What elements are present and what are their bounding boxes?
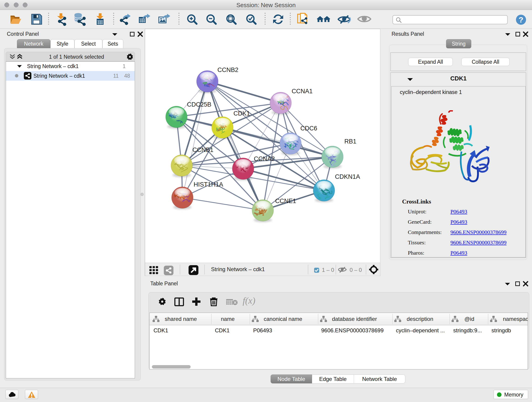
svg-text:CCNB1: CCNB1: [192, 147, 214, 153]
svg-text:RB1: RB1: [344, 138, 356, 145]
svg-text:HIST1H1A: HIST1H1A: [194, 181, 223, 188]
svg-text:CDK1: CDK1: [234, 110, 250, 117]
svg-text:CDKN1A: CDKN1A: [335, 173, 360, 180]
svg-text:CCNE1: CCNE1: [275, 198, 296, 204]
svg-text:CDC6: CDC6: [300, 125, 317, 132]
svg-text:CCNB2: CCNB2: [217, 66, 239, 73]
svg-text:CCNA2: CCNA2: [254, 155, 275, 162]
svg-text:CCNA1: CCNA1: [292, 88, 313, 95]
svg-text:?: ?: [519, 15, 524, 24]
svg-text:CDC25B: CDC25B: [187, 101, 211, 108]
